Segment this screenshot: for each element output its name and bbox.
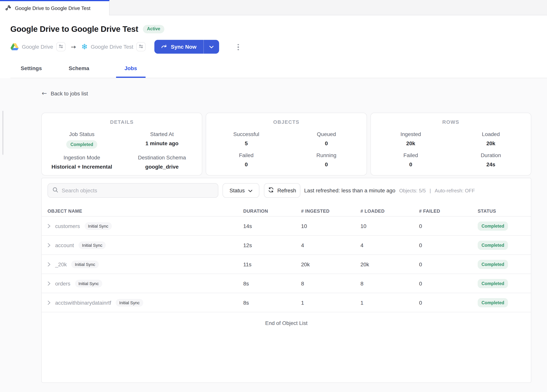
sliders-icon bbox=[58, 43, 63, 50]
field-value: 24s bbox=[486, 161, 495, 167]
rows-card-title: ROWS bbox=[371, 119, 531, 125]
failed-cell: 0 bbox=[419, 280, 478, 286]
duration-cell: 8s bbox=[243, 280, 301, 286]
status-filter-label: Status bbox=[229, 187, 245, 193]
sync-now-button[interactable]: Sync Now bbox=[154, 40, 203, 54]
sync-type-tag: Initial Sync bbox=[75, 280, 102, 287]
sync-now-split-button: Sync Now bbox=[154, 40, 219, 54]
loaded-cell: 1 bbox=[361, 299, 419, 306]
field-label: Destination Schema bbox=[138, 154, 186, 161]
loaded-cell: 10 bbox=[361, 223, 419, 229]
tab-jobs[interactable]: Jobs bbox=[116, 61, 145, 78]
refresh-label: Refresh bbox=[277, 187, 296, 193]
object-name: account bbox=[55, 242, 74, 248]
search-icon bbox=[53, 187, 58, 194]
sync-now-label: Sync Now bbox=[171, 44, 197, 50]
chevron-right-icon[interactable] bbox=[48, 281, 51, 286]
sliders-icon bbox=[139, 43, 143, 50]
details-card-title: DETAILS bbox=[42, 119, 202, 125]
table-row[interactable]: orders Initial Sync 8s 8 8 0 Completed bbox=[42, 274, 531, 293]
last-refreshed-text: Last refreshed: less than a minute ago bbox=[304, 187, 395, 193]
failed-cell: 0 bbox=[419, 261, 478, 267]
left-scrollbar[interactable] bbox=[2, 111, 3, 155]
refresh-info: Last refreshed: less than a minute ago O… bbox=[304, 187, 475, 193]
duration-cell: 11s bbox=[243, 261, 301, 267]
pipeline-window-tab[interactable]: Google Drive to Google Drive Test bbox=[0, 0, 109, 15]
column-header: STATUS bbox=[478, 208, 525, 214]
column-header: DURATION bbox=[243, 208, 301, 214]
sync-type-tag: Initial Sync bbox=[116, 299, 143, 306]
search-input[interactable] bbox=[62, 187, 213, 193]
loaded-cell: 8 bbox=[361, 280, 419, 286]
field-label: Failed bbox=[403, 152, 418, 158]
chevron-right-icon[interactable] bbox=[48, 224, 51, 228]
refresh-button[interactable]: Refresh bbox=[264, 183, 300, 198]
pipeline-header: Google Drive to Google Drive Test Active… bbox=[0, 15, 547, 78]
sync-type-tag: Initial Sync bbox=[79, 241, 106, 249]
sync-type-tag: Initial Sync bbox=[71, 260, 99, 268]
field-label: Successful bbox=[233, 131, 259, 137]
status-badge: Active bbox=[143, 25, 164, 33]
ingested-cell: 20k bbox=[301, 261, 361, 267]
chevron-right-icon[interactable] bbox=[48, 243, 51, 247]
objects-toolbar: Status Refresh Last refreshed: bbox=[42, 178, 531, 198]
tab-schema[interactable]: Schema bbox=[68, 61, 89, 78]
row-status-badge: Completed bbox=[478, 298, 508, 307]
destination-name: Google Drive Test bbox=[91, 44, 133, 50]
table-row[interactable]: customers Initial Sync 14s 10 10 0 Compl… bbox=[42, 216, 531, 235]
destination-settings-button[interactable] bbox=[136, 42, 146, 51]
field-label: Duration bbox=[481, 152, 501, 158]
sync-arrow-icon bbox=[161, 43, 167, 50]
back-link-label: Back to jobs list bbox=[51, 90, 88, 96]
object-name: acctswithbinarydatainrtf bbox=[55, 299, 111, 306]
field-value: 5 bbox=[245, 140, 248, 146]
window-tab-bar: Google Drive to Google Drive Test bbox=[0, 0, 547, 15]
field-label: Running bbox=[316, 152, 336, 158]
field-label: Queued bbox=[317, 131, 336, 137]
app-root: Google Drive to Google Drive Test Google… bbox=[0, 0, 547, 392]
chevron-right-icon[interactable] bbox=[48, 300, 51, 305]
field-value: 0 bbox=[245, 161, 248, 167]
table-body: customers Initial Sync 14s 10 10 0 Compl… bbox=[42, 216, 531, 312]
source-settings-button[interactable] bbox=[56, 42, 65, 51]
sync-type-tag: Initial Sync bbox=[84, 222, 112, 230]
duration-cell: 14s bbox=[243, 223, 301, 229]
field-value: 0 bbox=[325, 161, 328, 167]
objects-card-title: OBJECTS bbox=[206, 119, 367, 125]
chevron-right-icon[interactable] bbox=[48, 262, 51, 267]
field-value: 0 bbox=[409, 161, 412, 167]
status-filter-dropdown[interactable]: Status bbox=[223, 183, 259, 198]
table-row[interactable]: _20k Initial Sync 11s 20k 20k 0 Complete… bbox=[42, 254, 531, 274]
field-value: 1 minute ago bbox=[145, 140, 178, 146]
source-name: Google Drive bbox=[22, 44, 53, 50]
tab-settings[interactable]: Settings bbox=[21, 61, 42, 78]
ingested-cell: 1 bbox=[301, 299, 361, 306]
loaded-cell: 4 bbox=[361, 242, 419, 248]
objects-panel: Status Refresh Last refreshed: bbox=[41, 178, 531, 383]
field-value: google_drive bbox=[145, 164, 178, 170]
objects-card: OBJECTS Successful 5 Queued 0 Failed 0 bbox=[206, 113, 367, 176]
back-to-jobs-link[interactable]: ← Back to jobs list bbox=[42, 90, 88, 97]
failed-cell: 0 bbox=[419, 223, 478, 229]
field-label: Loaded bbox=[482, 131, 500, 137]
table-row[interactable]: acctswithbinarydatainrtf Initial Sync 8s… bbox=[42, 293, 531, 312]
refresh-icon bbox=[268, 187, 274, 194]
ingested-cell: 8 bbox=[301, 280, 361, 286]
google-drive-icon bbox=[10, 43, 19, 51]
objects-count: Objects: 5/5 bbox=[399, 188, 426, 193]
snowflake-icon: ❄ bbox=[81, 43, 88, 51]
row-status-badge: Completed bbox=[478, 241, 508, 250]
job-status-badge: Completed bbox=[66, 140, 97, 149]
field-value: 20k bbox=[406, 140, 415, 146]
arrow-right-icon: → bbox=[71, 43, 76, 50]
sync-options-button[interactable] bbox=[204, 40, 219, 54]
object-name: orders bbox=[55, 280, 70, 286]
summary-cards: DETAILS Job Status Completed Started At … bbox=[41, 113, 531, 176]
details-card: DETAILS Job Status Completed Started At … bbox=[41, 113, 202, 176]
row-status-badge: Completed bbox=[478, 279, 508, 288]
column-header: # LOADED bbox=[361, 208, 419, 214]
chevron-down-icon bbox=[209, 43, 214, 50]
more-options-button[interactable] bbox=[234, 43, 242, 51]
table-row[interactable]: account Initial Sync 12s 4 4 0 Completed bbox=[42, 235, 531, 254]
pipeline-icon bbox=[5, 4, 12, 12]
